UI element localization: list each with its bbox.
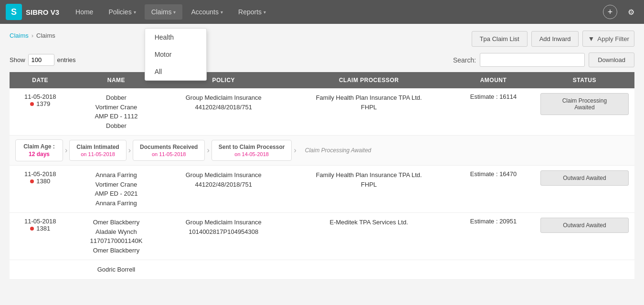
- show-row: Show entries Search: Download: [10, 53, 634, 67]
- tpa-claim-list-button[interactable]: Tpa Claim List: [472, 31, 528, 47]
- cell-date-3: 11-05-2018 1381: [10, 213, 71, 260]
- table-row[interactable]: 11-05-2018 1381 Omer Blackberry Aladale …: [10, 213, 634, 260]
- breadcrumb: Claims › Claims: [10, 32, 55, 39]
- cell-status-4: [535, 260, 634, 280]
- claims-dropdown-health[interactable]: Health: [145, 29, 206, 46]
- add-icon-btn[interactable]: +: [603, 5, 617, 19]
- cell-amount-3: Estimate : 20951: [452, 213, 535, 260]
- step-docs-date: on 11-05-2018: [140, 151, 198, 157]
- search-label: Search:: [453, 56, 476, 64]
- cell-processor-2: Family Health Plan Insurance TPA Ltd. FH…: [285, 166, 452, 213]
- cell-name-2: Annara Farring Vortimer Crane AMP ED - 2…: [71, 166, 161, 213]
- red-dot-icon: [30, 179, 34, 183]
- cell-name-4: Godric Borrell: [71, 260, 161, 280]
- cell-status-1: Claim ProcessingAwaited: [535, 88, 634, 136]
- cell-policy-1: Group Mediclaim Insurance 441202/48/2018…: [161, 88, 285, 136]
- nav-home[interactable]: Home: [69, 4, 100, 20]
- show-entries-left: Show entries: [10, 54, 76, 66]
- claim-id-3: 1381: [15, 225, 65, 232]
- step-age-value: 12 days: [22, 151, 56, 158]
- nav-reports-label: Reports: [238, 8, 262, 16]
- brand: S SIBRO V3: [6, 4, 59, 20]
- table-row[interactable]: 11-05-2018 1380 Annara Farring Vortimer …: [10, 166, 634, 213]
- cell-date-2: 11-05-2018 1380: [10, 166, 71, 213]
- nav-claims[interactable]: Claims ▾ Health Motor All: [145, 4, 183, 20]
- nav-right: + ⚙: [603, 5, 638, 19]
- nav-accounts[interactable]: Accounts ▾: [184, 4, 230, 20]
- table-body: 11-05-2018 1379 Dobber Vortimer Crane AM…: [10, 88, 634, 279]
- col-status: STATUS: [535, 72, 634, 88]
- step-age-label: Claim Age :: [22, 143, 56, 150]
- breadcrumb-current: Claims: [36, 32, 55, 39]
- cell-name-1: Dobber Vortimer Crane AMP ED - 1112 Dobb…: [71, 88, 161, 136]
- show-label: Show: [10, 56, 25, 63]
- col-date: DATE: [10, 72, 71, 88]
- step-sent-label: Sent to Claim Processor: [219, 144, 285, 150]
- col-processor: CLAIM PROCESSOR: [285, 72, 452, 88]
- cell-amount-2: Estimate : 16470: [452, 166, 535, 213]
- download-button[interactable]: Download: [589, 53, 634, 67]
- add-inward-button[interactable]: Add Inward: [531, 31, 579, 47]
- red-dot-icon: [30, 102, 34, 106]
- timeline-step-age: Claim Age : 12 days: [15, 139, 63, 161]
- status-badge-2: Outward Awaited: [540, 170, 629, 186]
- timeline-1: Claim Age : 12 days › Claim Intimated on…: [15, 139, 629, 161]
- timeline-cell-1: Claim Age : 12 days › Claim Intimated on…: [10, 136, 634, 166]
- claims-dropdown: Health Motor All: [145, 28, 207, 81]
- claims-arrow-icon: ▾: [173, 10, 176, 15]
- table-row[interactable]: Godric Borrell: [10, 260, 634, 280]
- nav-items: Home Policies ▾ Claims ▾ Health Motor Al…: [69, 4, 603, 20]
- arrow-icon-4: ›: [292, 146, 298, 155]
- apply-filter-button[interactable]: ▼ Apply Filter: [582, 31, 634, 47]
- timeline-step-intimated: Claim Intimated on 11-05-2018: [69, 140, 126, 161]
- cell-policy-4: [161, 260, 285, 280]
- status-badge-1: Claim ProcessingAwaited: [540, 93, 629, 115]
- step-sent-date: on 14-05-2018: [219, 151, 285, 157]
- cell-processor-4: [285, 260, 452, 280]
- timeline-step-docs: Documents Received on 11-05-2018: [133, 140, 205, 161]
- nav-claims-label: Claims: [151, 8, 172, 16]
- nav-policies-label: Policies: [108, 8, 131, 16]
- policies-arrow-icon: ▾: [134, 10, 136, 15]
- nav-policies[interactable]: Policies ▾: [102, 4, 142, 20]
- cell-date-1: 11-05-2018 1379: [10, 88, 71, 136]
- navbar: S SIBRO V3 Home Policies ▾ Claims ▾ Heal…: [0, 0, 644, 24]
- arrow-icon-1: ›: [63, 146, 69, 155]
- search-input[interactable]: [480, 53, 585, 67]
- nav-home-label: Home: [75, 8, 93, 16]
- cell-name-3: Omer Blackberry Aladale Wynch 1170717000…: [71, 213, 161, 260]
- cell-processor-3: E-Meditek TPA Services Ltd.: [285, 213, 452, 260]
- nav-reports[interactable]: Reports ▾: [232, 4, 273, 20]
- settings-icon-btn[interactable]: ⚙: [624, 5, 638, 19]
- nav-accounts-label: Accounts: [191, 8, 219, 16]
- col-amount: AMOUNT: [452, 72, 535, 88]
- accounts-arrow-icon: ▾: [221, 10, 223, 15]
- arrow-icon-3: ›: [205, 146, 211, 155]
- breadcrumb-claims-link[interactable]: Claims: [10, 32, 29, 39]
- apply-filter-label: Apply Filter: [597, 35, 629, 42]
- entries-input[interactable]: [28, 54, 54, 66]
- cell-policy-3: Group Mediclaim Insurance 1014002817P104…: [161, 213, 285, 260]
- page-content: Claims › Claims Tpa Claim List Add Inwar…: [0, 24, 644, 286]
- arrow-icon-2: ›: [127, 146, 133, 155]
- step-intimated-date: on 11-05-2018: [76, 151, 119, 157]
- timeline-step-sent: Sent to Claim Processor on 14-05-2018: [211, 140, 292, 161]
- cell-date-4: [10, 260, 71, 280]
- brand-logo: S: [6, 4, 22, 20]
- table-header: DATE NAME POLICY CLAIM PROCESSOR AMOUNT …: [10, 72, 634, 88]
- red-dot-icon: [30, 227, 34, 231]
- table-row[interactable]: 11-05-2018 1379 Dobber Vortimer Crane AM…: [10, 88, 634, 136]
- cell-policy-2: Group Mediclaim Insurance 441202/48/2018…: [161, 166, 285, 213]
- step-docs-label: Documents Received: [140, 144, 198, 150]
- search-right: Search: Download: [453, 53, 634, 67]
- step-intimated-label: Claim Intimated: [76, 144, 119, 150]
- toolbar-right: Tpa Claim List Add Inward ▼ Apply Filter: [472, 31, 634, 47]
- filter-icon: ▼: [588, 35, 594, 42]
- claims-dropdown-all[interactable]: All: [145, 63, 206, 80]
- cell-amount-4: [452, 260, 535, 280]
- claims-dropdown-motor[interactable]: Motor: [145, 46, 206, 63]
- table-expand-row-1: Claim Age : 12 days › Claim Intimated on…: [10, 136, 634, 166]
- claim-id-1: 1379: [15, 100, 65, 107]
- cell-amount-1: Estimate : 16114: [452, 88, 535, 136]
- cell-status-3: Outward Awaited: [535, 213, 634, 260]
